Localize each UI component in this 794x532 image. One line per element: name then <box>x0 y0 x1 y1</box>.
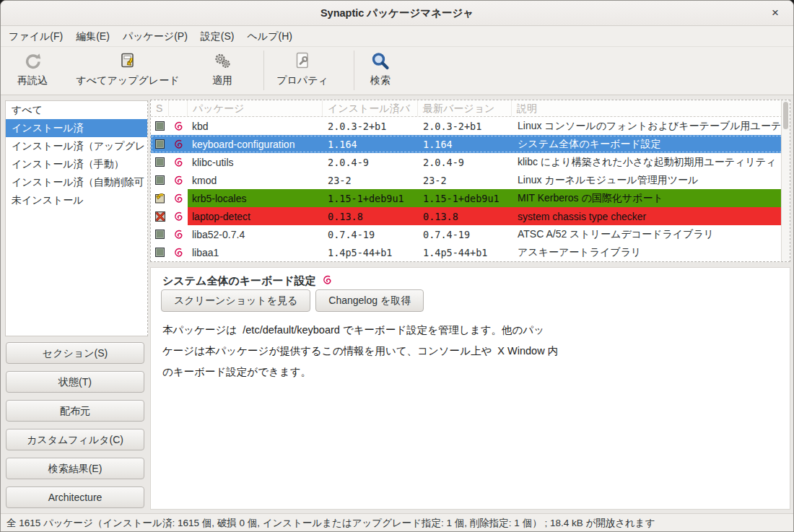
latest-version: 23-2 <box>418 171 512 189</box>
header-installed-version[interactable]: インストール済バ <box>323 100 418 116</box>
status-installed-icon <box>151 243 169 261</box>
search-results-button[interactable]: 検索結果(E) <box>6 458 144 479</box>
header-swirl[interactable] <box>169 100 188 116</box>
description-line: ケージは本パッケージが提供するこの情報を用いて、コンソール上や X Window… <box>162 341 558 362</box>
debian-swirl-icon <box>169 189 188 207</box>
menu-package[interactable]: パッケージ(P) <box>116 26 194 46</box>
titlebar: Synaptic パッケージマネージャ × <box>1 1 793 26</box>
reload-label: 再読込 <box>6 74 58 87</box>
installed-version: 1.4p5-44+b1 <box>323 243 418 261</box>
toolbar: 再読込 すべてアップグレード 適用 プロパティ 検索 <box>1 47 793 95</box>
view-screenshot-button[interactable]: スクリーンショットを見る <box>161 289 310 312</box>
installed-version: 0.13.8 <box>323 207 418 225</box>
header-description[interactable]: 説明 <box>512 100 790 116</box>
package-description: ATSC A/52 ストリームデコードライブラリ <box>512 225 790 243</box>
latest-version: 1.4p5-44+b1 <box>418 243 512 261</box>
installed-version: 23-2 <box>323 171 418 189</box>
menu-help[interactable]: ヘルプ(H) <box>241 26 299 46</box>
latest-version: 1.15-1+deb9u1 <box>418 189 512 207</box>
search-label: 検索 <box>359 74 401 87</box>
header-latest-version[interactable]: 最新バージョン <box>418 100 512 116</box>
toolbar-separator <box>354 51 354 90</box>
scrollbar-thumb[interactable] <box>783 102 788 129</box>
package-name: kbd <box>188 117 323 135</box>
table-row-marked-upgrade[interactable]: krb5-locales 1.15-1+deb9u1 1.15-1+deb9u1… <box>151 189 790 207</box>
table-row-selected[interactable]: keyboard-configuration 1.164 1.164 システム全… <box>151 135 790 153</box>
debian-swirl-icon <box>169 243 188 261</box>
table-row[interactable]: klibc-utils 2.0.4-9 2.0.4-9 klibc により構築さ… <box>151 153 790 171</box>
status-installed-icon <box>151 135 169 153</box>
debian-swirl-icon <box>169 225 188 243</box>
status-installed-icon <box>151 225 169 243</box>
package-name: laptop-detect <box>188 207 323 225</box>
filter-installed[interactable]: インストール済 <box>6 119 147 137</box>
filter-installed-manual[interactable]: インストール済（手動） <box>6 155 147 173</box>
apply-gears-icon <box>201 51 244 73</box>
filter-installed-upgradable[interactable]: インストール済（アップグレ <box>6 137 147 155</box>
package-description: Linux カーネルモジュール管理用ツール <box>512 171 790 189</box>
menu-settings[interactable]: 設定(S) <box>194 26 241 46</box>
package-long-description: 本パッケージは /etc/default/keyboard でキーボード設定を管… <box>162 320 558 383</box>
upgrade-all-icon <box>70 51 186 73</box>
package-table: S パッケージ インストール済バ 最新バージョン 説明 kbd 2.0.3-2+… <box>150 100 790 262</box>
menubar: ファイル(F) 編集(E) パッケージ(P) 設定(S) ヘルプ(H) <box>1 26 793 47</box>
search-icon <box>359 51 401 73</box>
properties-icon <box>269 51 336 73</box>
table-row-marked-removal[interactable]: laptop-detect 0.13.8 0.13.8 system chass… <box>151 207 790 225</box>
package-name: libaa1 <box>188 243 323 261</box>
reload-button[interactable]: 再読込 <box>6 51 58 92</box>
details-panel: システム全体のキーボード設定 スクリーンショットを見る Changelog を取… <box>150 267 790 510</box>
table-row[interactable]: liba52-0.7.4 0.7.4-19 0.7.4-19 ATSC A/52… <box>151 225 790 243</box>
custom-filters-button[interactable]: カスタムフィルタ(C) <box>6 429 144 450</box>
apply-label: 適用 <box>201 74 244 87</box>
statusbar: 全 1615 パッケージ（インストール済: 1615 個, 破損 0 個, イン… <box>1 513 793 532</box>
status-remove-icon <box>151 207 169 225</box>
debian-swirl-icon <box>169 117 188 135</box>
upgrade-all-label: すべてアップグレード <box>70 74 186 87</box>
filter-all[interactable]: すべて <box>6 101 147 119</box>
header-package[interactable]: パッケージ <box>188 100 323 116</box>
description-line: のキーボード設定ができます。 <box>162 362 558 383</box>
origin-button[interactable]: 配布元 <box>6 400 144 422</box>
package-name: keyboard-configuration <box>188 135 323 153</box>
package-description: MIT Kerberos の国際化サポート <box>512 189 790 207</box>
details-title: システム全体のキーボード設定 <box>162 274 316 288</box>
window-title: Synaptic パッケージマネージャ <box>1 1 793 25</box>
status-installed-icon <box>151 117 169 135</box>
get-changelog-button[interactable]: Changelog を取得 <box>315 289 424 312</box>
latest-version: 2.0.4-9 <box>418 153 512 171</box>
menu-edit[interactable]: 編集(E) <box>69 26 116 46</box>
table-row[interactable]: libaa1 1.4p5-44+b1 1.4p5-44+b1 アスキーアートライ… <box>151 243 790 261</box>
table-vertical-scrollbar[interactable] <box>781 100 790 261</box>
properties-button[interactable]: プロパティ <box>269 51 336 92</box>
package-description: Linux コンソールのフォントおよびキーテーブル用ユーテ <box>512 117 790 135</box>
installed-version: 1.164 <box>323 135 418 153</box>
status-button[interactable]: 状態(T) <box>6 371 144 393</box>
sections-button[interactable]: セクション(S) <box>6 342 144 364</box>
status-installed-icon <box>151 153 169 171</box>
package-name: kmod <box>188 171 323 189</box>
debian-swirl-icon <box>322 274 333 288</box>
menu-file[interactable]: ファイル(F) <box>2 26 69 46</box>
installed-version: 1.15-1+deb9u1 <box>323 189 418 207</box>
pane-splitter[interactable] <box>150 262 790 267</box>
latest-version: 1.164 <box>418 135 512 153</box>
table-row[interactable]: kmod 23-2 23-2 Linux カーネルモジュール管理用ツール <box>151 171 790 189</box>
upgrade-all-button[interactable]: すべてアップグレード <box>70 51 186 92</box>
description-line: 本パッケージは /etc/default/keyboard でキーボード設定を管… <box>162 320 558 341</box>
filter-installed-autoremovable[interactable]: インストール済（自動削除可 <box>6 173 147 191</box>
reload-icon <box>6 51 58 73</box>
table-row[interactable]: kbd 2.0.3-2+b1 2.0.3-2+b1 Linux コンソールのフォ… <box>151 117 790 135</box>
properties-label: プロパティ <box>269 74 336 87</box>
filter-not-installed[interactable]: 未インストール <box>6 191 147 209</box>
close-icon[interactable]: × <box>766 4 785 22</box>
apply-button[interactable]: 適用 <box>201 51 244 92</box>
header-status[interactable]: S <box>151 100 169 116</box>
latest-version: 0.7.4-19 <box>418 225 512 243</box>
architecture-button[interactable]: Architecture <box>6 487 144 508</box>
installed-version: 0.7.4-19 <box>323 225 418 243</box>
package-description: アスキーアートライブラリ <box>512 243 790 261</box>
table-header-row: S パッケージ インストール済バ 最新バージョン 説明 <box>151 100 790 117</box>
package-description: システム全体のキーボード設定 <box>512 135 790 153</box>
search-button[interactable]: 検索 <box>359 51 401 92</box>
